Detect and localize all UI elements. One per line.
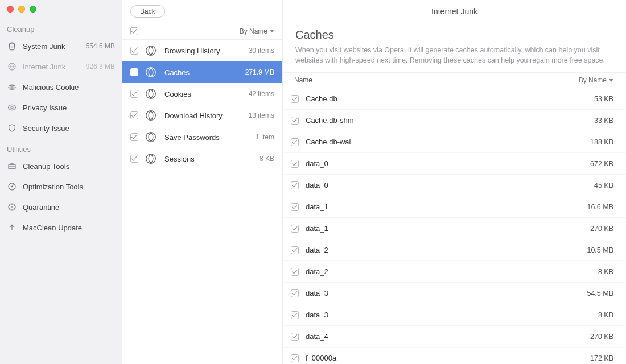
back-button[interactable]: Back [130,5,165,18]
file-sort-dropdown[interactable]: By Name [579,76,613,84]
file-size: 270 KB [590,225,613,233]
category-item[interactable]: Sessions8 KB [122,148,282,169]
page-title: Internet Junk [283,0,626,23]
category-checkbox[interactable] [130,133,138,141]
svg-point-11 [149,68,153,76]
sidebar-item[interactable]: Security Issue [0,118,122,138]
file-row[interactable]: data_4270 KB [283,326,626,348]
file-name: f_00000a [306,354,336,362]
file-size: 8 KB [598,311,613,319]
category-checkbox[interactable] [130,111,138,119]
category-item[interactable]: Browsing History30 items [122,40,282,61]
file-name: data_3 [306,289,328,297]
sidebar-item[interactable]: System Junk554.6 MB [0,36,122,56]
file-checkbox[interactable] [291,95,299,103]
category-value: 30 items [249,47,274,55]
category-item[interactable]: Save Passwords1 item [122,126,282,148]
category-item[interactable]: Caches271.9 MB [122,61,282,83]
file-row[interactable]: data_045 KB [283,175,626,196]
file-name: data_2 [306,267,328,276]
category-checkbox[interactable] [130,90,138,98]
sidebar-item[interactable]: Optimization Tools [0,176,122,197]
file-name: data_0 [306,159,328,168]
sidebar: CleanupSystem Junk554.6 MBInternet Junk9… [0,0,122,364]
sidebar-item[interactable]: Internet Junk926.3 MB [0,56,122,77]
opera-icon [144,152,158,166]
window-controls [0,0,122,18]
file-list: Cache.db53 KBCache.db-shm33 KBCache.db-w… [283,88,626,364]
file-checkbox[interactable] [291,333,299,341]
file-checkbox[interactable] [291,117,299,125]
file-row[interactable]: Cache.db53 KB [283,88,626,110]
file-checkbox[interactable] [291,354,299,362]
file-checkbox[interactable] [291,225,299,233]
category-panel: Back By Name Browsing History30 itemsCac… [122,0,283,364]
category-checkbox[interactable] [130,155,138,163]
file-checkbox[interactable] [291,203,299,211]
svg-point-7 [11,206,13,208]
eye-icon [7,102,17,113]
file-list-header: Name By Name [283,72,626,88]
file-checkbox[interactable] [291,311,299,319]
file-name: data_3 [306,311,328,319]
update-icon [7,222,17,233]
file-row[interactable]: Cache.db-shm33 KB [283,110,626,131]
svg-point-10 [146,68,156,77]
sidebar-item[interactable]: Privacy Issue [0,97,122,118]
file-row[interactable]: Cache.db-wal188 KB [283,131,626,153]
file-row[interactable]: data_116.6 MB [283,196,626,218]
file-checkbox[interactable] [291,181,299,189]
sidebar-item[interactable]: Malicious Cookie [0,77,122,97]
category-list: Browsing History30 itemsCaches271.9 MBCo… [122,40,282,364]
file-row[interactable]: data_38 KB [283,304,626,326]
category-sort-dropdown[interactable]: By Name [240,27,274,35]
svg-point-15 [149,111,153,119]
close-window-button[interactable] [7,6,14,13]
sidebar-item[interactable]: Quarantine [0,197,122,217]
toolbox-icon [7,161,17,171]
svg-point-2 [11,106,13,109]
opera-icon [144,44,158,57]
file-checkbox[interactable] [291,138,299,146]
sidebar-item-label: Optimization Tools [23,183,115,191]
select-all-categories-checkbox[interactable] [130,27,138,35]
category-item[interactable]: Download History13 items [122,105,282,126]
minimize-window-button[interactable] [18,6,25,13]
file-name: data_4 [306,332,328,341]
svg-rect-3 [9,164,15,168]
file-checkbox[interactable] [291,289,299,297]
file-size: 10.5 MB [587,246,613,254]
file-name: data_1 [306,224,328,233]
category-label: Save Passwords [164,133,256,142]
file-row[interactable]: data_0672 KB [283,153,626,175]
category-checkbox[interactable] [130,68,138,76]
file-row[interactable]: f_00000a172 KB [283,348,626,364]
file-name: data_0 [306,181,328,189]
opera-icon [144,109,158,122]
file-name: Cache.db-shm [306,116,354,125]
sidebar-item[interactable]: Cleanup Tools [0,156,122,176]
svg-point-5 [11,186,13,187]
category-value: 42 items [249,90,274,98]
chevron-down-icon [270,30,274,32]
category-checkbox[interactable] [130,47,138,55]
sidebar-item-label: Security Issue [23,124,115,133]
file-checkbox[interactable] [291,160,299,168]
sidebar-item-label: Cleanup Tools [23,162,115,171]
file-size: 54.5 MB [587,289,613,297]
file-checkbox[interactable] [291,246,299,254]
file-row[interactable]: data_210.5 MB [283,239,626,261]
sidebar-item[interactable]: MacClean Update [0,217,122,238]
file-row[interactable]: data_28 KB [283,261,626,283]
file-row[interactable]: data_1270 KB [283,218,626,239]
category-item[interactable]: Cookies42 items [122,83,282,105]
file-name: data_1 [306,202,328,211]
category-label: Browsing History [164,47,249,55]
file-row[interactable]: data_354.5 MB [283,283,626,304]
detail-description: Caches When you visit websites via Opera… [283,23,626,72]
file-checkbox[interactable] [291,268,299,276]
sidebar-item-label: System Junk [23,42,86,51]
svg-point-16 [146,133,156,142]
app-window: CleanupSystem Junk554.6 MBInternet Junk9… [0,0,626,364]
zoom-window-button[interactable] [30,6,36,13]
